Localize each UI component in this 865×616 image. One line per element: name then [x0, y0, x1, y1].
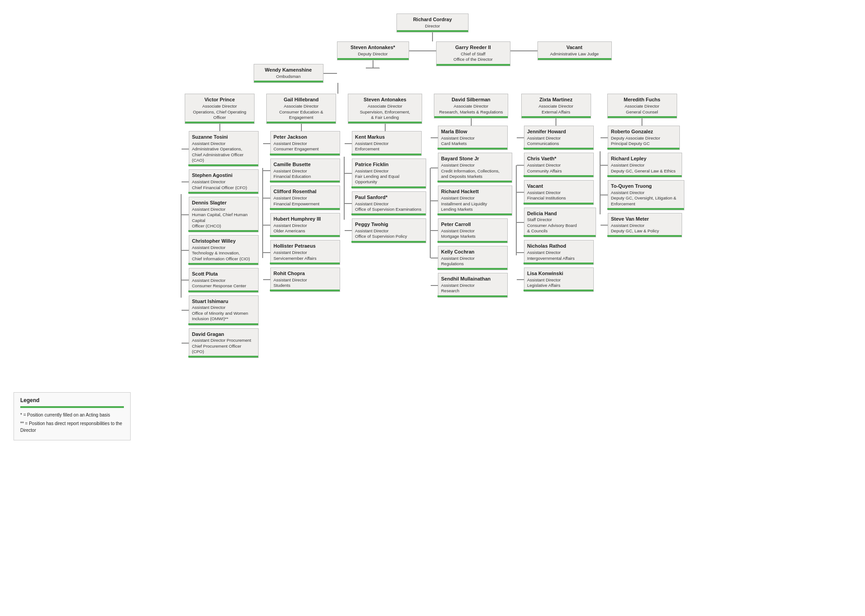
legend: Legend * = Position currently filled on … — [14, 392, 131, 440]
peggy-twohig-node: Peggy Twohig Assistant DirectorOffice of… — [352, 218, 426, 243]
to-quyen-truong-node: To-Quyen Truong Assistant DirectorDeputy… — [608, 180, 684, 210]
christopher-willey-node: Christopher Willey Assistant DirectorTec… — [189, 235, 259, 265]
paul-sanford-node: Paul Sanford* Assistant DirectorOffice o… — [352, 191, 426, 216]
sa-assoc-node: Steven Antonakes Associate DirectorSuper… — [348, 94, 422, 124]
alj-node: Vacant Administrative Law Judge — [537, 41, 612, 60]
steve-van-meter-node: Steve Van Meter Assistant DirectorDeputy… — [608, 213, 682, 238]
hollister-petraeus-node: Hollister Petraeus Assistant DirectorSer… — [270, 240, 340, 265]
david-silberman-node: David Silberman Associate DirectorResear… — [434, 94, 508, 118]
deputy-title: Deputy Director — [341, 51, 405, 57]
dennis-slagter-node: Dennis Slagter Assistant DirectorHuman C… — [189, 197, 259, 232]
legend-item1: * = Position currently filled on an Acti… — [20, 412, 124, 418]
richard-hackett-node: Richard Hackett Assistant DirectorInstal… — [438, 186, 512, 216]
camille-busette-node: Camille Busette Assistant DirectorFinanc… — [270, 159, 340, 183]
sendhil-mullainathan-node: Sendhil Mullainathan Assistant DirectorR… — [438, 273, 508, 298]
chief-of-staff-node: Garry Reeder II Chief of StaffOffice of … — [436, 41, 510, 66]
legend-item2: ** = Position has direct report responsi… — [20, 420, 124, 434]
peter-jackson-node: Peter Jackson Assistant DirectorConsumer… — [270, 131, 340, 156]
rohit-chopra-node: Rohit Chopra Assistant DirectorStudents — [270, 267, 340, 292]
gail-hillebrand-node: Gail Hillebrand Associate DirectorConsum… — [266, 94, 336, 124]
clifford-rosenthal-node: Clifford Rosenthal Assistant DirectorFin… — [270, 186, 340, 210]
marla-blow-node: Marla Blow Assistant DirectorCard Market… — [438, 126, 508, 150]
meredith-fuchs-node: Meredith Fuchs Associate DirectorGeneral… — [607, 94, 677, 118]
kelly-cochran-node: Kelly Cochran Assistant DirectorRegulati… — [438, 246, 508, 271]
legend-title: Legend — [20, 397, 124, 403]
chris-vaeth-node: Chris Vaeth* Assistant DirectorCommunity… — [524, 153, 594, 177]
deputy-name: Steven Antonakes* — [341, 44, 405, 51]
victor-prince-node: Victor Prince Associate DirectorOperatio… — [185, 94, 255, 124]
delicia-hand-node: Delicia Hand Staff DirectorConsumer Advi… — [524, 208, 596, 238]
alj-name: Vacant — [542, 44, 608, 51]
garry-title: Chief of StaffOffice of the Director — [440, 51, 506, 63]
stephen-agostini-node: Stephen Agostini Assistant DirectorChief… — [189, 169, 259, 194]
director-title: Director — [401, 23, 464, 29]
zixta-martinez-node: Zixta Martinez Associate DirectorExterna… — [521, 94, 591, 118]
peter-carroll-node: Peter Carroll Assistant DirectorMortgage… — [438, 218, 508, 243]
deputy-director-node: Steven Antonakes* Deputy Director — [337, 41, 409, 60]
garry-name: Garry Reeder II — [440, 44, 506, 51]
scott-pluta-node: Scott Pluta Assistant DirectorConsumer R… — [189, 268, 259, 293]
david-gragan-node: David Gragan Assistant Director Procurem… — [189, 328, 259, 358]
connector-to-assoc — [337, 83, 338, 94]
jennifer-howard-node: Jennifer Howard Assistant DirectorCommun… — [524, 126, 594, 150]
org-chart-wrapper: Richard Cordray Director Wendy Kamenshin… — [9, 9, 856, 445]
alj-title: Administrative Law Judge — [542, 51, 608, 57]
nicholas-rathod-node: Nicholas Rathod Assistant DirectorInterg… — [524, 240, 594, 265]
richard-lepley-node: Richard Lepley Assistant DirectorDeputy … — [608, 153, 682, 177]
legend-bar — [20, 406, 124, 408]
patrice-ficklin-node: Patrice Ficklin Assistant DirectorFair L… — [352, 159, 426, 189]
bayard-stone-node: Bayard Stone Jr Assistant DirectorCredit… — [438, 153, 512, 183]
ombudsman-title: Ombudsman — [258, 74, 319, 79]
kent-markus-node: Kent Markus Assistant DirectorEnforcemen… — [352, 131, 422, 156]
roberto-gonzalez-node: Roberto Gonzalez Deputy Associate Direct… — [608, 126, 680, 150]
director-name: Richard Cordray — [401, 16, 464, 23]
vacant-fi-node: Vacant Assistant DirectorFinancial Insti… — [524, 180, 594, 205]
connector-dd-down — [373, 60, 373, 68]
connector-director-down — [432, 32, 433, 41]
lisa-konwinski-node: Lisa Konwinski Assistant DirectorLegisla… — [524, 267, 594, 292]
suzanne-tosini-node: Suzanne Tosini Assistant DirectorAdminis… — [189, 131, 259, 167]
director-node: Richard Cordray Director — [396, 14, 469, 32]
stuart-ishimaru-node: Stuart Ishimaru Assistant DirectorOffice… — [189, 295, 259, 326]
ombudsman-node: Wendy Kamenshine Ombudsman — [254, 64, 323, 83]
ombudsman-name: Wendy Kamenshine — [258, 67, 319, 73]
hubert-humphrey-node: Hubert Humphrey III Assistant DirectorOl… — [270, 213, 340, 238]
connector-h-ombudsman — [323, 73, 337, 74]
